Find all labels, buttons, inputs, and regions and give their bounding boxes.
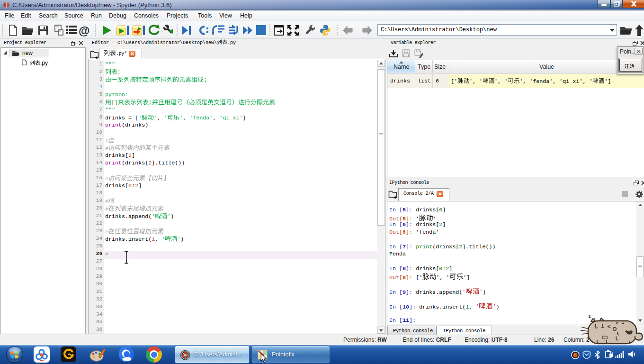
- svg-text:z: z: [593, 316, 596, 321]
- svg-text:z: z: [588, 312, 592, 319]
